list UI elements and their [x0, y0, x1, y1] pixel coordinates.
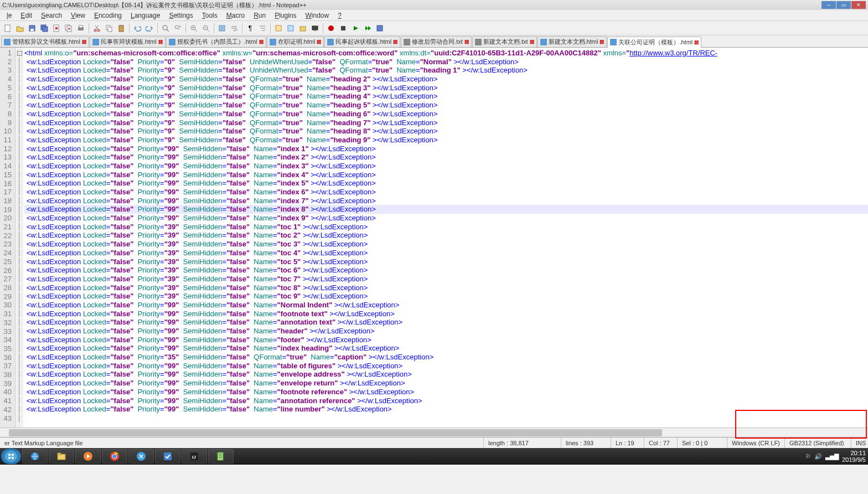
code-content[interactable]: <html xmlns:o="urn:schemas-microsoft-com…: [23, 48, 868, 428]
svg-text:IJ: IJ: [192, 455, 196, 460]
start-button[interactable]: [1, 449, 21, 464]
save-icon[interactable]: [27, 23, 38, 34]
taskbar-notepadpp-icon[interactable]: [208, 449, 234, 464]
tray-flag-icon[interactable]: ⚐: [805, 453, 811, 460]
word-wrap-icon[interactable]: [229, 23, 240, 34]
scrollbar-thumb[interactable]: [9, 429, 662, 436]
svg-rect-26: [314, 30, 316, 31]
maximize-button[interactable]: ▭: [836, 1, 851, 9]
document-tab[interactable]: 授权委托书（内部员工）.html⊠: [166, 36, 266, 47]
cut-icon[interactable]: [91, 23, 102, 34]
menu-run[interactable]: Run: [249, 11, 270, 20]
taskbar-ie-icon[interactable]: [22, 449, 48, 464]
tab-close-icon[interactable]: ⊠: [600, 39, 604, 45]
taskbar-chrome-icon[interactable]: [102, 449, 127, 464]
menu-macro[interactable]: Macro: [222, 11, 249, 20]
tab-close-icon[interactable]: ⊠: [694, 39, 699, 45]
svg-rect-41: [218, 452, 223, 460]
svg-rect-15: [120, 25, 122, 26]
doc-map-icon[interactable]: [285, 23, 296, 34]
toolbar-separator: [242, 23, 242, 33]
show-all-chars-icon[interactable]: ¶: [245, 23, 256, 34]
new-file-icon[interactable]: [2, 23, 13, 34]
window-title: C:\Users\guoxingliang.CAMELOT\Desktop\【0…: [2, 1, 307, 9]
menu-plugins[interactable]: Plugins: [270, 11, 301, 20]
minimize-button[interactable]: ─: [822, 1, 836, 9]
taskbar-wmp-icon[interactable]: [75, 449, 101, 464]
print-icon[interactable]: [75, 23, 86, 34]
tab-close-icon[interactable]: ⊠: [464, 39, 469, 45]
document-tab[interactable]: 民事起诉状模板.html⊠: [324, 36, 400, 47]
fold-column[interactable]: -│││││││││││││││││││││││││││││││││││││││…: [16, 48, 23, 428]
document-tab[interactable]: 管辖权异议文书模板.html⊠: [1, 36, 89, 47]
document-tab[interactable]: 修改后劳动合同.txt⊠: [401, 36, 472, 47]
status-selection: Sel : 0 | 0: [678, 438, 727, 448]
svg-rect-2: [30, 29, 34, 31]
zoom-in-icon[interactable]: [188, 23, 199, 34]
tab-close-icon[interactable]: ⊠: [82, 39, 86, 45]
save-macro-icon[interactable]: [374, 23, 385, 34]
taskbar-explorer-icon[interactable]: [49, 449, 74, 464]
menu-view[interactable]: View: [66, 11, 90, 20]
tray-clock[interactable]: 20:11 2019/9/5: [842, 450, 866, 463]
document-tab[interactable]: 民事答辩状模板.html⊠: [90, 36, 166, 47]
save-all-icon[interactable]: [39, 23, 50, 34]
file-icon: [4, 39, 11, 45]
menu-edit[interactable]: Edit: [16, 11, 37, 20]
toolbar-separator: [157, 23, 158, 33]
indent-guide-icon[interactable]: [257, 23, 268, 34]
tab-close-icon[interactable]: ⊠: [158, 39, 163, 45]
document-tab[interactable]: 新建文本文档.txt⊠: [472, 36, 537, 47]
status-insert-mode: INS: [851, 438, 868, 448]
document-tab[interactable]: 关联公司证明（模板）.html⊠: [607, 37, 701, 48]
sync-scroll-icon[interactable]: [216, 23, 228, 34]
menu-language[interactable]: Language: [126, 11, 164, 20]
menu-le[interactable]: le: [2, 11, 16, 20]
paste-icon[interactable]: [116, 23, 127, 34]
close-file-icon[interactable]: [51, 23, 62, 34]
taskbar-app-icon[interactable]: [155, 449, 180, 464]
document-tab[interactable]: 新建文本文档.html⊠: [538, 36, 607, 47]
status-encoding: GB2312 (Simplified): [785, 438, 851, 448]
file-icon: [610, 39, 617, 45]
play-macro-icon[interactable]: [350, 23, 361, 34]
open-file-icon[interactable]: [14, 23, 25, 34]
menu-settings[interactable]: Settings: [164, 11, 197, 20]
svg-point-30: [6, 451, 16, 461]
file-icon: [270, 39, 276, 45]
tab-close-icon[interactable]: ⊠: [317, 39, 321, 45]
menu-?[interactable]: ?: [333, 11, 346, 20]
document-tab[interactable]: 在职证明.html⊠: [267, 36, 324, 47]
menu-search[interactable]: Search: [37, 11, 66, 20]
record-macro-icon[interactable]: [326, 23, 337, 34]
tab-close-icon[interactable]: ⊠: [530, 39, 534, 45]
monitor-icon[interactable]: [309, 23, 321, 34]
play-multi-icon[interactable]: [362, 23, 373, 34]
svg-rect-25: [312, 26, 318, 30]
editor-area: 1234567891011121314151617181920212223242…: [0, 48, 868, 428]
copy-icon[interactable]: [104, 23, 115, 34]
tray-network-icon[interactable]: 🔊: [814, 453, 822, 460]
menu-window[interactable]: Window: [301, 11, 334, 20]
undo-icon[interactable]: [132, 23, 143, 34]
zoom-out-icon[interactable]: [200, 23, 211, 34]
menu-tools[interactable]: Tools: [198, 11, 222, 20]
svg-point-27: [328, 25, 334, 31]
close-all-icon[interactable]: [63, 23, 74, 34]
tab-close-icon[interactable]: ⊠: [259, 39, 264, 45]
find-icon[interactable]: [160, 23, 171, 34]
replace-icon[interactable]: [172, 23, 183, 34]
menu-encoding[interactable]: Encoding: [90, 11, 126, 20]
taskbar-app-icon[interactable]: [128, 449, 154, 464]
function-list-icon[interactable]: [273, 23, 284, 34]
redo-icon[interactable]: [144, 23, 155, 34]
folder-view-icon[interactable]: [297, 23, 308, 34]
taskbar-intellij-icon[interactable]: IJ: [182, 449, 207, 464]
horizontal-scrollbar[interactable]: [0, 428, 868, 437]
stop-macro-icon[interactable]: [338, 23, 349, 34]
tab-label: 管辖权异议文书模板.html: [12, 38, 80, 46]
close-button[interactable]: ✕: [851, 1, 866, 9]
toolbar-separator: [89, 23, 89, 33]
tab-close-icon[interactable]: ⊠: [393, 39, 397, 45]
tray-battery-icon[interactable]: ▃▅▇: [825, 453, 839, 460]
